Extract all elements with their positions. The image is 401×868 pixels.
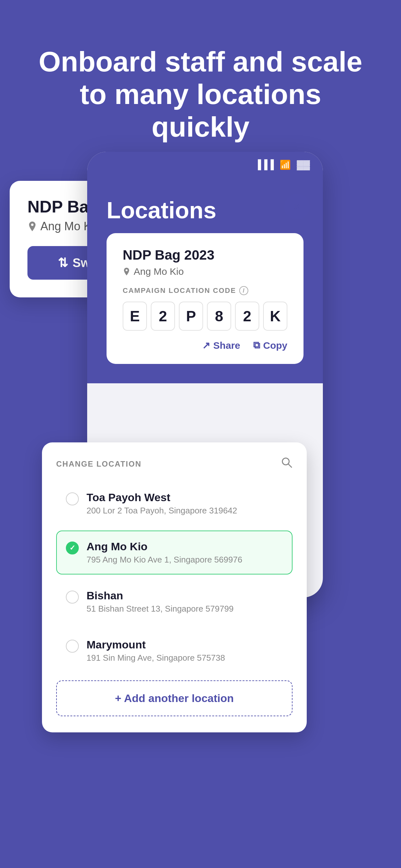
code-char-box: E: [123, 302, 147, 331]
checkmark-icon: ✓: [69, 544, 75, 552]
location-address: 795 Ang Mo Kio Ave 1, Singapore 569976: [87, 555, 242, 565]
location-name: Toa Payoh West: [87, 491, 237, 504]
copy-button[interactable]: ⧉ Copy: [253, 340, 287, 351]
code-char-box: 8: [207, 302, 231, 331]
location-address: 200 Lor 2 Toa Payoh, Singapore 319642: [87, 506, 237, 516]
location-item[interactable]: ✓Ang Mo Kio795 Ang Mo Kio Ave 1, Singapo…: [56, 531, 292, 575]
code-actions: ↗ Share ⧉ Copy: [123, 340, 287, 351]
location-address: 51 Bishan Street 13, Singapore 579799: [87, 604, 234, 614]
share-button[interactable]: ↗ Share: [202, 340, 240, 351]
location-text: Bishan51 Bishan Street 13, Singapore 579…: [87, 589, 234, 614]
code-char-box: K: [263, 302, 287, 331]
pin-icon-small: [123, 267, 130, 276]
radio-unchecked: [66, 640, 79, 653]
code-card-location: Ang Mo Kio: [123, 266, 287, 277]
radio-unchecked: [66, 492, 79, 505]
location-item[interactable]: Marymount191 Sin Ming Ave, Singapore 575…: [56, 629, 292, 673]
location-item[interactable]: Toa Payoh West200 Lor 2 Toa Payoh, Singa…: [56, 482, 292, 525]
code-card-campaign-name: NDP Bag 2023: [123, 247, 287, 263]
location-text: Marymount191 Sin Ming Ave, Singapore 575…: [87, 639, 225, 663]
code-char-box: 2: [235, 302, 259, 331]
hero-title: Onboard staff and scale to many location…: [0, 0, 401, 144]
add-location-button[interactable]: + Add another location: [56, 680, 292, 716]
switch-icon: ⇅: [58, 256, 68, 270]
code-label: CAMPAIGN LOCATION CODE i: [123, 286, 287, 295]
location-picker: CHANGE LOCATION Toa Payoh West200 Lor 2 …: [42, 442, 307, 733]
close-button[interactable]: ×: [284, 194, 310, 220]
location-address: 191 Sin Ming Ave, Singapore 575738: [87, 653, 225, 663]
location-name: Marymount: [87, 639, 225, 651]
location-text: Toa Payoh West200 Lor 2 Toa Payoh, Singa…: [87, 491, 237, 516]
status-bar: ▐▐▐ 📶 ▓▓: [87, 152, 323, 178]
picker-header: CHANGE LOCATION: [56, 457, 292, 471]
info-icon: i: [239, 286, 248, 295]
wifi-icon: 📶: [280, 159, 291, 170]
share-icon: ↗: [202, 340, 210, 351]
code-boxes: E2P82K: [123, 302, 287, 331]
location-name: Bishan: [87, 589, 234, 602]
code-char-box: 2: [151, 302, 175, 331]
svg-line-1: [288, 464, 292, 468]
location-text: Ang Mo Kio795 Ang Mo Kio Ave 1, Singapor…: [87, 540, 242, 565]
signal-icon: ▐▐▐: [255, 159, 274, 170]
search-icon[interactable]: [281, 457, 292, 471]
picker-label: CHANGE LOCATION: [56, 460, 142, 469]
code-char-box: P: [179, 302, 203, 331]
locations-title: Locations: [106, 197, 304, 223]
radio-checked: ✓: [66, 541, 79, 554]
radio-unchecked: [66, 591, 79, 603]
code-card: NDP Bag 2023 Ang Mo Kio CAMPAIGN LOCATIO…: [106, 233, 304, 364]
pin-icon: [27, 221, 37, 232]
location-list: Toa Payoh West200 Lor 2 Toa Payoh, Singa…: [56, 482, 292, 673]
location-name: Ang Mo Kio: [87, 540, 242, 553]
battery-icon: ▓▓: [297, 159, 310, 170]
location-item[interactable]: Bishan51 Bishan Street 13, Singapore 579…: [56, 580, 292, 624]
copy-icon: ⧉: [253, 340, 260, 351]
